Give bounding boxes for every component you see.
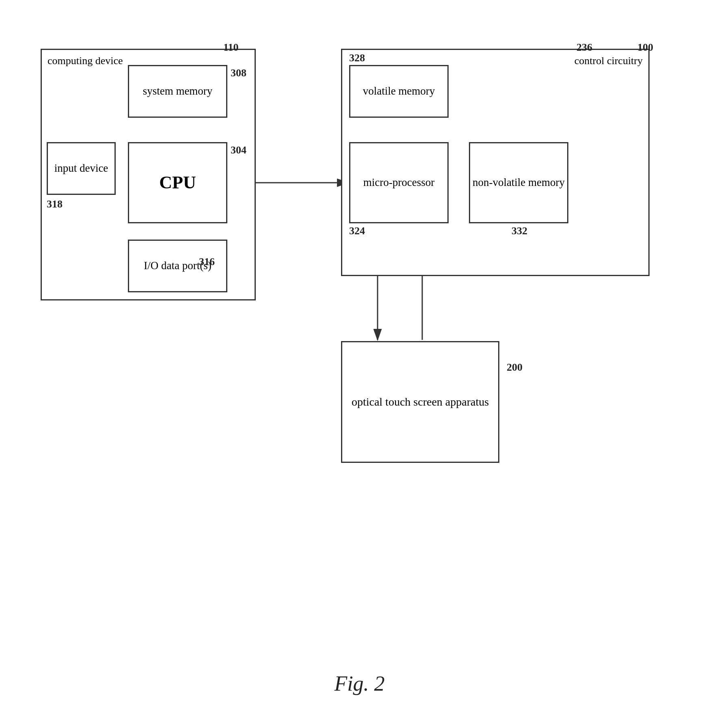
ref-316: 316 [199,256,215,268]
ref-236: 236 [576,41,592,54]
cpu-box: CPU [128,142,227,223]
cpu-label: CPU [159,171,196,194]
ref-100: 100 [637,41,653,54]
ref-110: 110 [223,41,239,54]
volatile-memory-box: volatile memory [349,65,449,118]
ref-332: 332 [512,225,527,237]
system-memory-label: system memory [143,84,213,98]
non-volatile-memory-box: non-volatile memory [469,142,568,223]
computing-device-label: computing device [48,54,123,68]
non-volatile-memory-label: non-volatile memory [473,175,565,190]
volatile-memory-label: volatile memory [363,84,435,98]
optical-touch-label: optical touch screen apparatus [352,395,489,409]
input-device-box: input device [47,142,116,195]
ref-308: 308 [231,67,246,79]
ref-328: 328 [349,52,365,64]
control-circuitry-label: control circuitry [574,54,643,68]
micro-processor-box: micro-processor [349,142,449,223]
input-device-label: input device [54,161,108,175]
figure-caption: Fig. 2 [334,672,384,696]
ref-324: 324 [349,225,365,237]
ref-318: 318 [47,198,63,210]
diagram-container: computing device 110 system memory 308 C… [24,24,694,674]
system-memory-box: system memory [128,65,227,118]
ref-304: 304 [231,144,246,156]
micro-processor-label: micro-processor [363,175,434,190]
optical-touch-box: optical touch screen apparatus [341,341,499,463]
ref-200: 200 [507,361,523,374]
